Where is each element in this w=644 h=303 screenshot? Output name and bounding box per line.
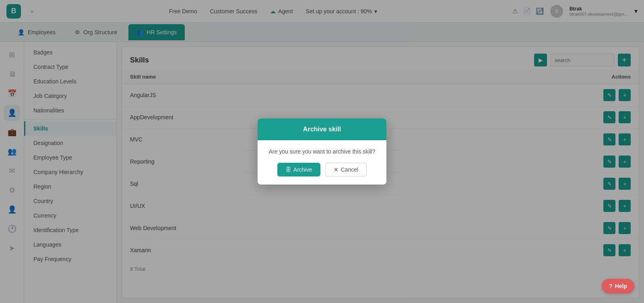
archive-button[interactable]: 🗄 Archive <box>277 163 320 176</box>
modal-actions: 🗄 Archive ✕ Cancel <box>258 163 386 185</box>
archive-skill-modal: Archive skill Are you sure you want to a… <box>258 118 386 185</box>
close-icon: ✕ <box>334 166 339 173</box>
help-button[interactable]: ? Help <box>602 279 634 293</box>
cancel-button[interactable]: ✕ Cancel <box>325 163 367 176</box>
archive-icon: 🗄 <box>285 166 291 173</box>
help-icon: ? <box>609 283 613 289</box>
modal-header: Archive skill <box>258 118 386 140</box>
modal-body: Are you sure you want to archive this sk… <box>258 140 386 163</box>
modal-overlay[interactable]: Archive skill Are you sure you want to a… <box>0 0 644 303</box>
